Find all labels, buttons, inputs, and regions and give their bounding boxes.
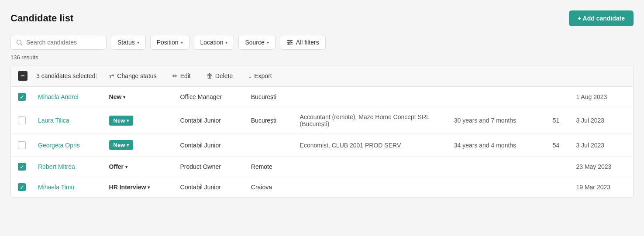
status-cell: HR Interview ▾ bbox=[104, 177, 175, 198]
date-cell: 1 Aug 2023 bbox=[571, 87, 633, 107]
status-cell: Offer ▾ bbox=[104, 157, 175, 177]
source-chevron-icon: ▾ bbox=[267, 40, 269, 45]
status-text[interactable]: HR Interview ▾ bbox=[109, 184, 170, 191]
row-checkbox[interactable]: ✓ bbox=[18, 163, 26, 171]
change-status-icon: ⇄ bbox=[109, 72, 114, 79]
experience-cell: 34 years and 4 months bbox=[449, 134, 548, 157]
search-input[interactable] bbox=[26, 39, 100, 46]
status-badge[interactable]: New ▾ bbox=[109, 116, 134, 126]
candidates-table: ✓ Mihaela Andrei New ▾ Office Manager Bu… bbox=[11, 87, 633, 198]
row-checkbox[interactable]: ✓ bbox=[18, 183, 26, 191]
export-button[interactable]: ↓ Export bbox=[245, 71, 275, 81]
position-cell: Contabil Junior bbox=[175, 134, 246, 157]
search-box bbox=[10, 35, 107, 50]
experience-cell: 30 years and 7 months bbox=[449, 107, 548, 134]
candidate-link[interactable]: Georgeta Opris bbox=[38, 142, 80, 149]
page-container: Candidate list + Add candidate Status ▾ … bbox=[0, 0, 644, 236]
checkbox-wrap bbox=[16, 141, 28, 149]
all-filters-label: All filters bbox=[296, 39, 319, 46]
source-filter-label: Source bbox=[245, 39, 264, 46]
source-filter-button[interactable]: Source ▾ bbox=[238, 35, 275, 50]
status-cell: New ▾ bbox=[104, 107, 175, 134]
page-title: Candidate list bbox=[10, 13, 73, 24]
candidate-name-cell: Mihaela Andrei bbox=[33, 87, 104, 107]
score-cell bbox=[548, 157, 571, 177]
location-cell: București bbox=[246, 107, 295, 134]
checkbox-cell: ✓ bbox=[11, 177, 33, 198]
checkbox-cell bbox=[11, 107, 33, 134]
status-cell: New ▾ bbox=[104, 87, 175, 107]
export-icon: ↓ bbox=[248, 72, 251, 79]
deselect-all-checkbox[interactable]: − bbox=[18, 71, 28, 81]
results-count: 136 results bbox=[10, 54, 634, 61]
experience-cell bbox=[449, 177, 548, 198]
edit-label: Edit bbox=[180, 72, 191, 79]
sliders-icon bbox=[286, 39, 293, 46]
checkbox-cell: ✓ bbox=[11, 87, 33, 107]
status-cell: New ▾ bbox=[104, 134, 175, 157]
delete-button[interactable]: 🗑 Delete bbox=[203, 71, 236, 81]
score-cell bbox=[548, 177, 571, 198]
date-cell: 3 Jul 2023 bbox=[571, 107, 633, 134]
export-label: Export bbox=[254, 72, 272, 79]
table-row: ✓ Robert Mitrea Offer ▾ Product Owner Re… bbox=[11, 157, 633, 177]
last-company-cell: Accountant (remote), Maze Home Concept S… bbox=[295, 107, 449, 134]
checkbox-cell: ✓ bbox=[11, 157, 33, 177]
edit-button[interactable]: ✏ Edit bbox=[169, 71, 194, 81]
candidate-link[interactable]: Laura Tilica bbox=[38, 117, 69, 124]
position-cell: Contabil Junior bbox=[175, 177, 246, 198]
selection-count: 3 candidates selected: bbox=[36, 72, 97, 79]
score-cell: 51 bbox=[548, 107, 571, 134]
location-filter-button[interactable]: Location ▾ bbox=[194, 35, 234, 50]
svg-line-1 bbox=[21, 44, 23, 45]
candidate-name-cell: Laura Tilica bbox=[33, 107, 104, 134]
page-header: Candidate list + Add candidate bbox=[10, 10, 634, 26]
score-cell bbox=[548, 87, 571, 107]
row-checkbox[interactable]: ✓ bbox=[18, 93, 26, 101]
toolbar: Status ▾ Position ▾ Location ▾ Source ▾ … bbox=[10, 35, 634, 50]
date-cell: 23 May 2023 bbox=[571, 157, 633, 177]
status-filter-label: Status bbox=[117, 39, 135, 46]
selection-bar: − 3 candidates selected: ⇄ Change status… bbox=[11, 65, 633, 87]
checkbox-wrap: ✓ bbox=[16, 163, 28, 171]
candidate-link[interactable]: Mihaela Andrei bbox=[38, 93, 79, 100]
location-filter-label: Location bbox=[200, 39, 224, 46]
table-container: − 3 candidates selected: ⇄ Change status… bbox=[10, 65, 634, 198]
candidate-name-cell: Georgeta Opris bbox=[33, 134, 104, 157]
candidate-name-cell: Robert Mitrea bbox=[33, 157, 104, 177]
row-checkbox[interactable] bbox=[18, 116, 26, 124]
candidate-link[interactable]: Mihaela Timu bbox=[38, 184, 74, 191]
position-filter-label: Position bbox=[157, 39, 179, 46]
edit-icon: ✏ bbox=[172, 72, 178, 79]
row-checkbox[interactable] bbox=[18, 141, 26, 149]
table-row: Laura Tilica New ▾ Contabil Junior Bucur… bbox=[11, 107, 633, 134]
change-status-button[interactable]: ⇄ Change status bbox=[106, 71, 160, 81]
status-filter-button[interactable]: Status ▾ bbox=[111, 35, 146, 50]
candidate-link[interactable]: Robert Mitrea bbox=[38, 163, 75, 170]
checkbox-wrap: ✓ bbox=[16, 183, 28, 191]
location-cell: București bbox=[246, 87, 295, 107]
last-company-cell: Economist, CLUB 2001 PROD SERV bbox=[295, 134, 449, 157]
status-text[interactable]: Offer ▾ bbox=[109, 163, 170, 170]
svg-point-6 bbox=[290, 42, 291, 43]
table-row: Georgeta Opris New ▾ Contabil Junior Eco… bbox=[11, 134, 633, 157]
table-row: ✓ Mihaela Timu HR Interview ▾ Contabil J… bbox=[11, 177, 633, 198]
svg-point-7 bbox=[288, 44, 289, 45]
add-candidate-button[interactable]: + Add candidate bbox=[569, 10, 634, 26]
all-filters-button[interactable]: All filters bbox=[280, 35, 326, 50]
position-cell: Office Manager bbox=[175, 87, 246, 107]
status-badge[interactable]: New ▾ bbox=[109, 140, 134, 150]
table-row: ✓ Mihaela Andrei New ▾ Office Manager Bu… bbox=[11, 87, 633, 107]
position-cell: Contabil Junior bbox=[175, 107, 246, 134]
date-cell: 19 Mar 2023 bbox=[571, 177, 633, 198]
location-cell bbox=[246, 134, 295, 157]
status-text[interactable]: New ▾ bbox=[109, 93, 170, 100]
last-company-cell bbox=[295, 157, 449, 177]
checkbox-wrap bbox=[16, 116, 28, 124]
location-cell: Craiova bbox=[246, 177, 295, 198]
position-filter-button[interactable]: Position ▾ bbox=[150, 35, 189, 50]
status-chevron-icon: ▾ bbox=[137, 40, 139, 45]
last-company-cell bbox=[295, 177, 449, 198]
delete-label: Delete bbox=[215, 72, 233, 79]
svg-point-5 bbox=[288, 40, 289, 41]
